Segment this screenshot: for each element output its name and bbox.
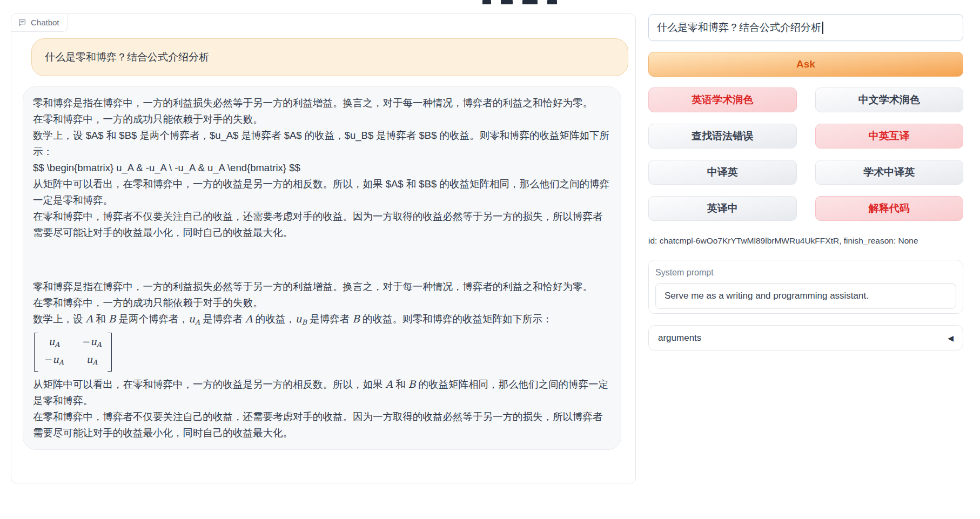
matrix-left-bracket xyxy=(34,333,38,372)
bot-message-section-gap xyxy=(33,241,611,279)
bot-message-math-line: 数学上，设 A 和 B 是两个博弈者，uA 是博弈者 A 的收益，uB 是博弈者… xyxy=(33,311,611,331)
arguments-accordion-label: arguments xyxy=(658,333,701,343)
payoff-matrix: uA−uA−uAuA xyxy=(34,333,112,372)
btn-chinese-academic-polish[interactable]: 中文学术润色 xyxy=(815,87,964,112)
collapse-arrow-icon: ◀ xyxy=(948,334,954,342)
question-input[interactable]: 什么是零和博弈？结合公式介绍分析 xyxy=(648,14,963,41)
completion-meta: id: chatcmpl-6wOo7KrYTwMl89lbrMWRu4UkFFX… xyxy=(648,236,963,246)
btn-en-to-zh[interactable]: 英译中 xyxy=(648,196,797,221)
system-prompt-group: System prompt Serve me as a writing and … xyxy=(648,260,963,314)
chat-bubble-icon xyxy=(18,18,26,27)
chatbot-label-text: Chatbot xyxy=(31,18,59,27)
btn-find-grammar-errors[interactable]: 查找语法错误 xyxy=(648,124,797,149)
arguments-accordion[interactable]: arguments ◀ xyxy=(648,325,963,351)
bot-message-line: 在零和博弈中，博弈者不仅要关注自己的收益，还需要考虑对手的收益。因为一方取得的收… xyxy=(33,208,611,241)
user-message-bubble: 什么是零和博弈？结合公式介绍分析 xyxy=(31,38,628,76)
bot-message-bubble: 零和博弈是指在博弈中，一方的利益损失必然等于另一方的利益增益。换言之，对于每一种… xyxy=(23,86,621,450)
chatbot-label: Chatbot xyxy=(11,14,68,32)
btn-english-academic-polish[interactable]: 英语学术润色 xyxy=(648,87,797,112)
chatbot-messages: 什么是零和博弈？结合公式介绍分析 零和博弈是指在博弈中，一方的利益损失必然等于另… xyxy=(11,14,635,483)
system-prompt-label: System prompt xyxy=(655,268,956,278)
title-glyph-fragment xyxy=(547,0,557,4)
matrix-body: uA−uA−uAuA xyxy=(38,333,108,372)
title-glyph-fragment xyxy=(501,0,513,4)
bot-message-line: 零和博弈是指在博弈中，一方的利益损失必然等于另一方的利益增益。换言之，对于每一种… xyxy=(33,279,611,295)
bot-message-line: 零和博弈是指在博弈中，一方的利益损失必然等于另一方的利益增益。换言之，对于每一种… xyxy=(33,95,611,111)
bot-message-math-line: 从矩阵中可以看出，在零和博弈中，一方的收益是另一方的相反数。所以，如果 A 和 … xyxy=(33,376,611,409)
bot-message-line: 从矩阵中可以看出，在零和博弈中，一方的收益是另一方的相反数。所以，如果 $A$ … xyxy=(33,176,611,208)
btn-academic-zh-to-en[interactable]: 学术中译英 xyxy=(815,160,964,185)
matrix-right-bracket xyxy=(108,333,112,372)
chatbot-panel: 什么是零和博弈？结合公式介绍分析 零和博弈是指在博弈中，一方的利益损失必然等于另… xyxy=(11,14,636,483)
bot-message-line: 在零和博弈中，博弈者不仅要关注自己的收益，还需要考虑对手的收益。因为一方取得的收… xyxy=(33,409,611,441)
control-column: 什么是零和博弈？结合公式介绍分析 Ask 英语学术润色 中文学术润色 查找语法错… xyxy=(648,0,963,351)
question-input-value: 什么是零和博弈？结合公式介绍分析 xyxy=(657,21,821,35)
clipped-page-title xyxy=(482,0,557,5)
bot-message-latex-line: $$ \begin{bmatrix} u_A & -u_A \ -u_A & u… xyxy=(33,160,611,176)
bot-message-line: 数学上，设 $A$ 和 $B$ 是两个博弈者，$u_A$ 是博弈者 $A$ 的收… xyxy=(33,127,611,160)
system-prompt-input[interactable]: Serve me as a writing and programming as… xyxy=(655,283,956,309)
quick-action-grid: 英语学术润色 中文学术润色 查找语法错误 中英互译 中译英 学术中译英 英译中 … xyxy=(648,87,963,221)
btn-zh-en-mutual-translate[interactable]: 中英互译 xyxy=(815,124,964,149)
title-glyph-fragment xyxy=(522,0,538,4)
user-message-text: 什么是零和博弈？结合公式介绍分析 xyxy=(45,49,615,65)
btn-explain-code[interactable]: 解释代码 xyxy=(815,196,964,221)
bot-message-line: 在零和博弈中，一方的成功只能依赖于对手的失败。 xyxy=(33,111,611,127)
btn-zh-to-en[interactable]: 中译英 xyxy=(648,160,797,185)
ask-button[interactable]: Ask xyxy=(648,52,963,77)
title-glyph-fragment xyxy=(482,0,491,4)
bot-message-line: 在零和博弈中，一方的成功只能依赖于对手的失败。 xyxy=(33,295,611,311)
text-caret xyxy=(822,22,823,34)
